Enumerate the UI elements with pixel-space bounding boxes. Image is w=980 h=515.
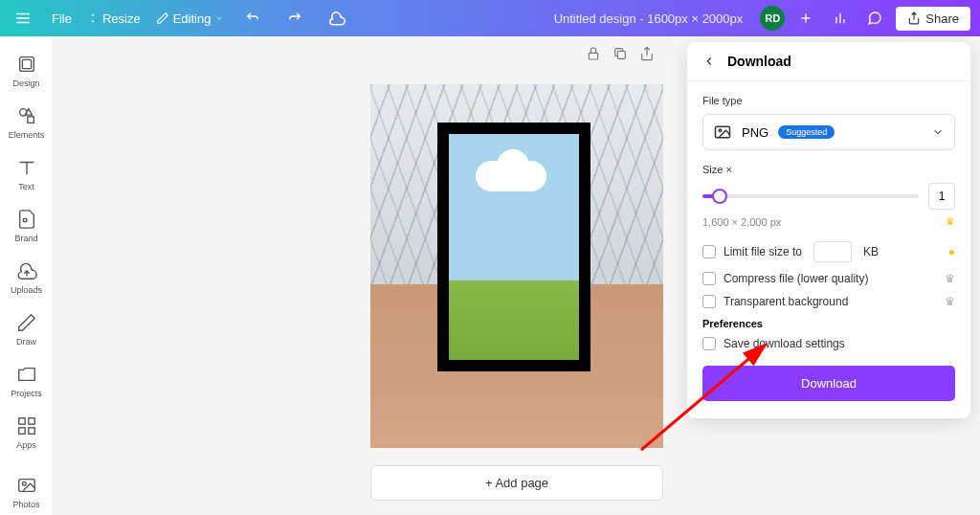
crown-icon: ♛	[945, 295, 955, 308]
file-type-value: PNG	[742, 125, 768, 140]
menu-icon[interactable]	[10, 5, 36, 32]
kb-label: KB	[863, 245, 879, 258]
crown-icon: ♛	[945, 272, 955, 285]
share-button[interactable]: Share	[896, 7, 970, 31]
sidebar-label-apps: Apps	[16, 440, 36, 450]
preferences-label: Preferences	[702, 318, 955, 329]
sidebar-item-brand[interactable]: Brand	[0, 201, 53, 253]
back-icon[interactable]	[702, 55, 716, 68]
document-title[interactable]: Untitled design - 1600px × 2000px	[554, 11, 744, 26]
image-file-icon	[713, 123, 732, 142]
sidebar-item-photos[interactable]: Photos	[0, 467, 53, 515]
suggested-badge: Suggested	[778, 125, 835, 139]
svg-rect-11	[27, 117, 33, 123]
sidebar-item-text[interactable]: Text	[0, 149, 53, 201]
sidebar-item-design[interactable]: Design	[0, 46, 53, 98]
svg-rect-15	[18, 428, 24, 434]
top-toolbar: File Resize Editing Untitled design - 16…	[0, 0, 980, 36]
cloud-sync-icon[interactable]	[323, 5, 350, 32]
sidebar-label-draw: Draw	[16, 337, 36, 347]
transparent-checkbox[interactable]	[702, 295, 716, 308]
resize-menu[interactable]: Resize	[87, 11, 141, 26]
svg-point-18	[22, 481, 26, 485]
resize-label: Resize	[102, 11, 141, 26]
save-settings-label: Save download settings	[724, 337, 845, 350]
sidebar-label-uploads: Uploads	[11, 285, 42, 295]
svg-point-12	[23, 218, 27, 222]
undo-icon[interactable]	[239, 5, 266, 32]
sidebar-item-draw[interactable]: Draw	[0, 304, 53, 356]
size-slider[interactable]	[702, 194, 919, 198]
dimensions-text: 1,600 × 2,000 px	[702, 216, 781, 228]
svg-rect-19	[589, 53, 597, 59]
editing-label: Editing	[173, 11, 212, 26]
limit-filesize-checkbox[interactable]	[702, 245, 716, 258]
redo-icon[interactable]	[281, 5, 308, 32]
svg-rect-13	[18, 418, 24, 424]
sidebar-label-design: Design	[12, 78, 39, 88]
sidebar-label-elements: Elements	[9, 130, 45, 140]
chevron-down-icon	[931, 125, 945, 139]
transparent-label: Transparent background	[724, 295, 848, 308]
billboard-frame	[437, 123, 590, 371]
slider-thumb[interactable]	[712, 189, 727, 204]
avatar[interactable]: RD	[760, 6, 785, 31]
size-multiplier-input[interactable]	[928, 183, 955, 210]
panel-title: Download	[727, 54, 791, 69]
download-button[interactable]: Download	[702, 366, 955, 401]
canvas-page[interactable]	[370, 84, 663, 448]
compress-checkbox[interactable]	[702, 272, 716, 285]
crown-icon: ♛	[946, 215, 955, 228]
add-member-icon[interactable]	[792, 5, 819, 32]
premium-icon: ●	[948, 245, 955, 258]
svg-rect-20	[617, 51, 625, 58]
file-type-select[interactable]: PNG Suggested	[702, 114, 955, 150]
file-type-label: File type	[702, 95, 955, 106]
sidebar-label-text: Text	[18, 182, 34, 191]
sidebar-item-uploads[interactable]: Uploads	[0, 253, 53, 304]
analytics-icon[interactable]	[827, 5, 854, 32]
svg-rect-16	[28, 428, 33, 434]
filesize-input[interactable]	[813, 241, 852, 262]
share-label: Share	[925, 11, 959, 26]
size-label: Size ×	[702, 164, 955, 175]
compress-label: Compress file (lower quality)	[724, 272, 868, 285]
limit-filesize-label: Limit file size to	[724, 245, 802, 258]
cloud-shape	[476, 161, 546, 191]
sidebar-item-elements[interactable]: Elements	[0, 98, 53, 149]
sidebar-label-brand: Brand	[14, 234, 37, 243]
download-panel: Download File type PNG Suggested Size × …	[687, 42, 970, 418]
lock-icon[interactable]	[586, 46, 601, 61]
export-page-icon[interactable]	[639, 46, 655, 61]
comment-icon[interactable]	[861, 5, 888, 32]
sidebar-label-projects: Projects	[11, 389, 42, 398]
file-menu[interactable]: File	[52, 11, 72, 26]
svg-rect-9	[22, 59, 31, 68]
svg-rect-14	[28, 418, 33, 424]
billboard-artwork	[449, 134, 579, 360]
editing-menu[interactable]: Editing	[156, 11, 225, 26]
sidebar-item-apps[interactable]: Apps	[0, 408, 53, 459]
sidebar-label-photos: Photos	[12, 500, 39, 509]
add-page-button[interactable]: + Add page	[370, 465, 663, 501]
save-settings-checkbox[interactable]	[702, 337, 716, 350]
left-sidebar: Design Elements Text Brand Uploads Draw …	[0, 36, 54, 515]
duplicate-icon[interactable]	[612, 46, 628, 61]
svg-point-22	[719, 129, 722, 132]
sidebar-item-projects[interactable]: Projects	[0, 356, 53, 408]
